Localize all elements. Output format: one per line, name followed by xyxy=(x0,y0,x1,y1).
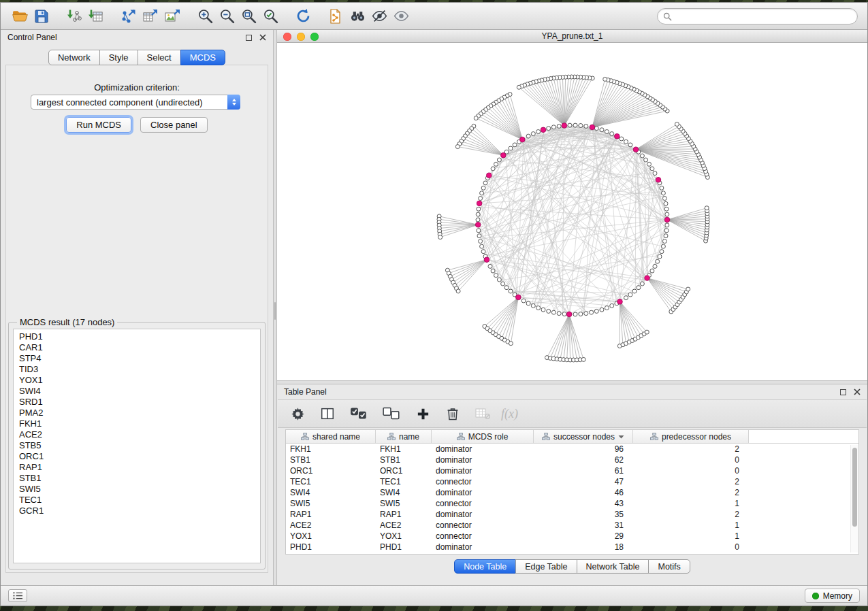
tab-style[interactable]: Style xyxy=(99,50,138,65)
tab-network[interactable]: Network xyxy=(48,50,100,65)
graph-node[interactable] xyxy=(579,312,583,316)
graph-node[interactable] xyxy=(662,240,666,244)
graph-node[interactable] xyxy=(477,229,481,233)
mcds-result-item[interactable]: FKH1 xyxy=(19,418,255,429)
network-graph[interactable] xyxy=(277,43,867,380)
graph-node[interactable] xyxy=(513,143,517,147)
graph-node[interactable] xyxy=(650,167,654,171)
table-tab-motifs[interactable]: Motifs xyxy=(648,559,690,574)
graph-leaf-node[interactable] xyxy=(645,330,649,334)
table-row-rap1[interactable]: RAP1RAP1dominator352 xyxy=(286,509,858,520)
table-scrollbar[interactable] xyxy=(850,445,858,552)
table-tab-network-table[interactable]: Network Table xyxy=(577,559,649,574)
select-all-button[interactable] xyxy=(349,405,369,423)
mcds-result-item[interactable]: RAP1 xyxy=(19,462,255,473)
graph-node[interactable] xyxy=(501,282,505,286)
save-session-button[interactable] xyxy=(31,5,52,27)
mcds-result-item[interactable]: PHD1 xyxy=(19,331,255,342)
optimization-criterion-select[interactable]: largest connected component (undirected) xyxy=(31,95,240,110)
graph-hub-node[interactable] xyxy=(645,276,650,281)
graph-node[interactable] xyxy=(600,128,604,132)
table-row-phd1[interactable]: PHD1PHD1dominator180 xyxy=(286,542,858,552)
graph-node[interactable] xyxy=(647,162,652,166)
graph-node[interactable] xyxy=(504,286,509,290)
graph-node[interactable] xyxy=(594,309,598,313)
graph-node[interactable] xyxy=(547,309,551,313)
graph-node[interactable] xyxy=(624,139,628,144)
graph-leaf-node[interactable] xyxy=(705,206,709,210)
graph-node[interactable] xyxy=(590,310,594,314)
table-row-swi4[interactable]: SWI4SWI4dominator462 xyxy=(286,487,858,498)
graph-node[interactable] xyxy=(479,197,483,201)
graph-node[interactable] xyxy=(477,234,481,238)
graph-node[interactable] xyxy=(665,212,669,216)
column-header-successor-nodes[interactable]: successor nodes xyxy=(534,430,633,443)
graph-node[interactable] xyxy=(488,264,492,268)
graph-hub-node[interactable] xyxy=(566,312,572,317)
graph-node[interactable] xyxy=(594,127,598,131)
graph-node[interactable] xyxy=(480,191,484,195)
graph-node[interactable] xyxy=(521,299,526,303)
show-all-button[interactable] xyxy=(390,5,412,27)
tab-select[interactable]: Select xyxy=(138,50,181,65)
graph-node[interactable] xyxy=(653,171,657,176)
graph-hub-node[interactable] xyxy=(487,173,492,178)
status-menu-button[interactable] xyxy=(8,589,27,602)
close-table-panel-icon[interactable] xyxy=(853,389,861,396)
graph-node[interactable] xyxy=(536,130,541,134)
graph-hub-node[interactable] xyxy=(477,201,482,206)
graph-node[interactable] xyxy=(494,274,498,278)
graph-hub-node[interactable] xyxy=(516,295,521,300)
mcds-result-item[interactable]: SWI4 xyxy=(19,386,255,397)
graph-node[interactable] xyxy=(547,127,551,131)
graph-hub-node[interactable] xyxy=(501,152,507,158)
zoom-fit-button[interactable] xyxy=(238,5,259,27)
toggle-columns-button[interactable] xyxy=(319,405,336,423)
table-settings-button[interactable] xyxy=(289,405,306,423)
graph-node[interactable] xyxy=(568,123,572,127)
import-network-button[interactable] xyxy=(63,5,85,27)
memory-button[interactable]: Memory xyxy=(805,589,860,603)
graph-node[interactable] xyxy=(573,312,577,316)
scrollbar-thumb[interactable] xyxy=(852,448,857,527)
graph-node[interactable] xyxy=(640,154,644,158)
graph-node[interactable] xyxy=(662,197,666,201)
graph-node[interactable] xyxy=(526,134,530,138)
deselect-all-button[interactable] xyxy=(381,405,402,423)
graph-leaf-node[interactable] xyxy=(456,289,460,293)
graph-node[interactable] xyxy=(551,125,556,129)
graph-node[interactable] xyxy=(476,218,480,222)
search-box[interactable] xyxy=(657,8,858,24)
float-panel-icon[interactable] xyxy=(245,34,253,42)
graph-node[interactable] xyxy=(600,308,604,312)
graph-node[interactable] xyxy=(480,244,484,248)
graph-node[interactable] xyxy=(494,162,498,166)
graph-node[interactable] xyxy=(653,264,657,268)
tab-mcds[interactable]: MCDS xyxy=(180,50,225,65)
graph-node[interactable] xyxy=(509,146,513,150)
graph-node[interactable] xyxy=(660,250,664,254)
graph-node[interactable] xyxy=(477,207,481,211)
export-table-button[interactable] xyxy=(140,5,161,27)
graph-node[interactable] xyxy=(562,312,566,316)
graph-node[interactable] xyxy=(481,250,485,254)
column-header-name[interactable]: name xyxy=(376,430,432,443)
export-image-button[interactable] xyxy=(161,5,183,27)
combo-stepper-icon[interactable] xyxy=(227,95,240,110)
graph-node[interactable] xyxy=(573,123,577,127)
table-row-stb1[interactable]: STB1STB1dominator620 xyxy=(286,455,858,465)
graph-node[interactable] xyxy=(509,289,513,293)
graph-node[interactable] xyxy=(610,303,614,308)
graph-leaf-node[interactable] xyxy=(603,77,607,81)
mcds-result-item[interactable]: STB5 xyxy=(19,440,255,451)
graph-node[interactable] xyxy=(526,301,530,306)
graph-node[interactable] xyxy=(656,259,660,263)
graph-node[interactable] xyxy=(483,181,487,185)
graph-hub-node[interactable] xyxy=(562,123,567,129)
mcds-result-list[interactable]: PHD1CAR1STP4TID3YOX1SWI4SRD1PMA2FKH1ACE2… xyxy=(13,329,261,563)
close-panel-icon[interactable] xyxy=(259,34,266,42)
mcds-result-item[interactable]: SRD1 xyxy=(19,397,255,408)
graph-node[interactable] xyxy=(664,229,669,233)
graph-hub-node[interactable] xyxy=(664,217,670,222)
graph-node[interactable] xyxy=(497,158,501,162)
